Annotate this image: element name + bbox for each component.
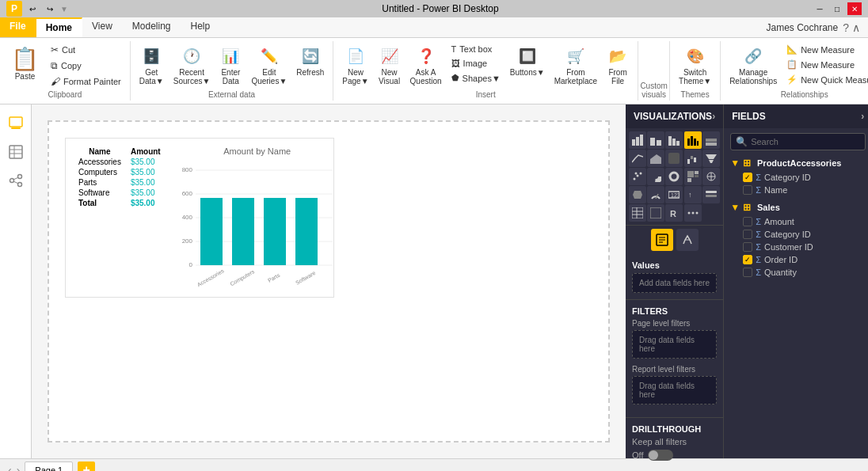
viz-scatter[interactable] <box>629 168 646 185</box>
viz-more[interactable] <box>684 204 702 222</box>
viz-donut[interactable] <box>665 168 683 185</box>
group-header-product-accessories[interactable]: ▼ ⊞ ProductAccessories <box>727 155 868 171</box>
prev-page[interactable]: ‹ <box>8 464 12 472</box>
viz-clustered-col[interactable] <box>684 131 702 149</box>
page-drag-zone[interactable]: Drag data fields here <box>632 330 717 359</box>
viz-slicer[interactable] <box>702 186 720 203</box>
new-visual-button[interactable]: 📈 NewVisual <box>375 43 405 88</box>
viz-waterfall[interactable] <box>684 150 702 167</box>
field-customer-id[interactable]: Σ Customer ID <box>727 241 868 253</box>
image-button[interactable]: 🖼 Image <box>447 57 504 70</box>
viz-stacked-col[interactable] <box>665 131 683 149</box>
enter-data-button[interactable]: 📊 EnterData <box>215 43 246 88</box>
svg-text:Software: Software <box>295 270 317 286</box>
add-page-button[interactable]: + <box>78 462 95 472</box>
new-column-button[interactable]: 📋 New Measure <box>782 58 868 71</box>
viz-area[interactable] <box>647 150 664 167</box>
undo-btn[interactable]: ↩ <box>25 2 40 15</box>
viz-stacked-bar[interactable] <box>629 131 646 149</box>
from-file-button[interactable]: 📂 FromFile <box>603 43 633 88</box>
recent-sources-button[interactable]: 🕐 RecentSources▼ <box>169 43 215 88</box>
field-quantity[interactable]: Σ Quantity <box>727 266 868 279</box>
field-checkbox-sales-category-id[interactable] <box>743 230 752 239</box>
field-label: Amount <box>764 217 794 226</box>
viz-filled-map[interactable] <box>629 186 646 203</box>
data-view-icon[interactable] <box>5 141 27 163</box>
tab-view[interactable]: View <box>82 17 123 37</box>
refresh-button[interactable]: 🔄 Refresh <box>292 43 328 79</box>
viz-r-script[interactable]: R <box>665 204 683 222</box>
fields-panel-chevron[interactable]: › <box>861 111 864 122</box>
viz-line[interactable] <box>629 150 646 167</box>
manage-relationships-button[interactable]: 🔗 ManageRelationships <box>725 43 781 88</box>
buttons-button[interactable]: 🔲 Buttons▼ <box>506 43 549 79</box>
field-amount[interactable]: Σ Amount <box>727 215 868 228</box>
paste-button[interactable]: 📋 Paste <box>5 43 45 84</box>
field-sales-category-id[interactable]: Σ Category ID <box>727 228 868 241</box>
from-marketplace-button[interactable]: 🛒 FromMarketplace <box>550 43 601 88</box>
viz-treemap[interactable] <box>684 168 702 185</box>
viz-kpi[interactable]: ↑ <box>684 186 702 203</box>
viz-map[interactable] <box>702 168 720 185</box>
page-tab-1[interactable]: Page 1 <box>25 462 73 472</box>
close-btn[interactable]: ✕ <box>847 2 862 15</box>
viz-format-btn[interactable] <box>676 229 699 251</box>
report-canvas[interactable]: Name Amount Accessories$35.00 Computers$… <box>48 120 610 443</box>
viz-table[interactable] <box>629 204 646 222</box>
report-view-icon[interactable] <box>5 112 27 135</box>
search-input[interactable] <box>751 137 860 146</box>
field-checkbox-order-id[interactable]: ✓ <box>743 255 752 264</box>
maximize-btn[interactable]: □ <box>830 2 844 15</box>
viz-card[interactable]: 123 <box>665 186 683 203</box>
page-tabs: ‹ › Page 1 + <box>0 458 868 471</box>
new-measure-button[interactable]: 📐 New Measure <box>782 43 868 56</box>
viz-pie[interactable] <box>647 168 664 185</box>
themes-label: Themes <box>681 89 710 99</box>
new-quick-measure-button[interactable]: ⚡ New Quick Measure <box>782 73 868 86</box>
field-checkbox-quantity[interactable] <box>743 268 752 277</box>
svg-point-6 <box>10 179 13 183</box>
tab-modeling[interactable]: Modeling <box>123 17 181 37</box>
switch-theme-button[interactable]: 🎨 SwitchTheme▼ <box>675 43 715 88</box>
next-page[interactable]: › <box>17 464 21 472</box>
ask-question-button[interactable]: ❓ Ask AQuestion <box>406 43 446 88</box>
tab-home[interactable]: Home <box>36 17 82 37</box>
field-checkbox-customer-id[interactable] <box>743 242 752 252</box>
minimize-btn[interactable]: ─ <box>813 2 827 15</box>
tab-file[interactable]: File <box>0 17 36 37</box>
field-checkbox-category-id[interactable]: ✓ <box>743 173 752 182</box>
viz-funnel[interactable] <box>702 150 720 167</box>
viz-100-stacked-bar[interactable] <box>702 131 720 149</box>
user-help[interactable]: ? <box>843 21 849 34</box>
values-drop-zone[interactable]: Add data fields here <box>632 273 717 293</box>
viz-ribbon[interactable] <box>665 150 683 167</box>
viz-clustered-bar[interactable] <box>647 131 664 149</box>
get-data-button[interactable]: 🗄️ GetData▼ <box>135 43 168 88</box>
viz-panel-chevron[interactable]: › <box>712 111 715 122</box>
edit-queries-button[interactable]: ✏️ EditQueries▼ <box>247 43 291 88</box>
group-header-sales[interactable]: ▼ ⊞ Sales <box>727 199 868 215</box>
drillthrough-toggle[interactable] <box>648 450 673 461</box>
cut-icon: ✂ <box>51 44 59 55</box>
redo-btn[interactable]: ↪ <box>43 2 57 15</box>
viz-matrix[interactable] <box>647 204 664 222</box>
field-order-id[interactable]: ✓ Σ Order ID <box>727 253 868 266</box>
field-checkbox-amount[interactable] <box>743 217 752 226</box>
new-page-button[interactable]: 📄 NewPage▼ <box>338 43 372 88</box>
fields-search-box[interactable]: 🔍 <box>730 133 866 150</box>
model-view-icon[interactable] <box>5 169 27 192</box>
user-chevron[interactable]: ∧ <box>852 21 860 34</box>
shapes-button[interactable]: ⬟ Shapes▼ <box>447 71 504 85</box>
viz-fields-btn[interactable] <box>651 229 673 251</box>
text-box-button[interactable]: T Text box <box>447 43 504 55</box>
tab-help[interactable]: Help <box>181 17 221 37</box>
copy-button[interactable]: ⧉ Copy <box>47 59 125 73</box>
field-name[interactable]: Σ Name <box>727 184 868 196</box>
chart-visual[interactable]: Name Amount Accessories$35.00 Computers$… <box>65 138 334 298</box>
format-painter-button[interactable]: 🖌 Format Painter <box>47 74 125 89</box>
field-category-id[interactable]: ✓ Σ Category ID <box>727 171 868 184</box>
field-checkbox-name[interactable] <box>743 185 752 195</box>
cut-button[interactable]: ✂ Cut <box>47 43 125 57</box>
report-drag-zone[interactable]: Drag data fields here <box>632 376 717 405</box>
viz-gauge[interactable] <box>647 186 664 203</box>
